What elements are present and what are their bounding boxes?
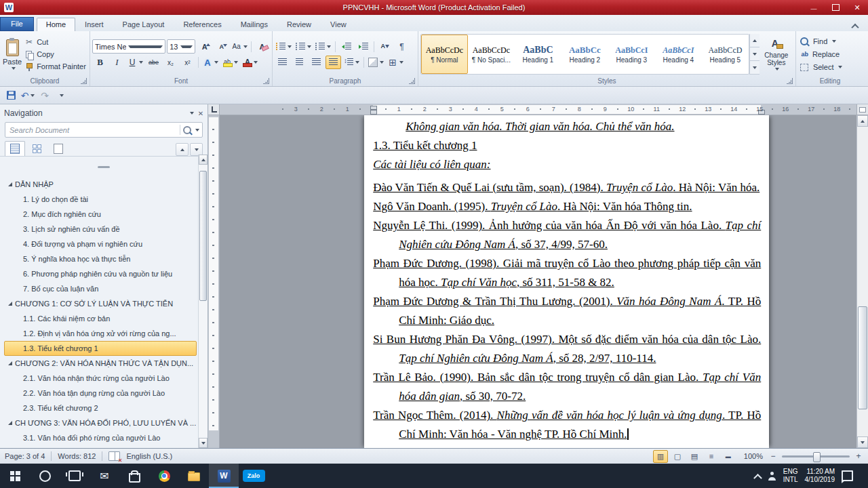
minimize-button[interactable] [803,0,825,15]
scroll-up-icon[interactable] [857,115,868,127]
language-switcher[interactable]: ENG INTL [783,468,798,485]
paragraph-dialog-launcher[interactable] [409,78,415,84]
paragraph[interactable]: Không gian văn hóa. Thời gian văn hóa. C… [373,117,761,136]
full-screen-reading-button[interactable] [670,450,685,463]
paragraph[interactable]: Trần Lê Bảo. (1990). Bản sắc dân tộc tro… [373,368,761,406]
numbering-button[interactable] [294,40,313,54]
style-heading-1[interactable]: AaBbCHeading 1 [515,35,561,74]
nav-item[interactable]: 1.2. Định vị văn hóa ứng xử với rừng của… [4,326,197,341]
style-normal[interactable]: AaBbCcDc¶ Normal [421,35,468,74]
language-indicator[interactable]: English (U.S.) [126,452,172,460]
scroll-down-icon[interactable] [857,436,868,448]
collapse-triangle-icon[interactable] [8,182,12,186]
paragraph[interactable]: Phạm Đức Dương. (1998). Giải mã truyện c… [373,254,761,292]
nav-item[interactable]: 1.3. Tiểu kết chương 1 [4,341,197,356]
minimize-ribbon-icon[interactable] [849,21,861,31]
gallery-scroll-down[interactable] [750,47,760,61]
zoom-level[interactable]: 100% [744,452,763,460]
customize-qat-button[interactable] [54,89,69,102]
nav-item[interactable]: 2.2. Văn hóa tận dụng rừng của người Lào [4,386,197,401]
paragraph[interactable]: Trần Ngọc Thêm. (2014). Những vấn đề văn… [373,406,761,444]
close-icon[interactable] [198,108,203,118]
document-scrollbar[interactable] [856,115,868,448]
font-color-button[interactable] [241,56,259,69]
paste-button[interactable]: Paste [2,33,22,76]
line-spacing-button[interactable] [342,56,361,69]
gallery-more-button[interactable] [750,61,760,75]
align-left-button[interactable] [275,56,290,69]
document-page[interactable]: Không gian văn hóa. Thời gian văn hóa. C… [364,115,769,448]
collapse-triangle-icon[interactable] [8,302,12,306]
navigation-options-icon[interactable] [190,112,194,115]
sort-button[interactable] [377,40,393,54]
justify-button[interactable] [326,56,341,69]
start-button[interactable] [0,464,30,488]
highlight-color-button[interactable] [221,56,239,69]
styles-dialog-launcher[interactable] [787,78,793,84]
nav-item[interactable]: 5. Ý nghĩa khoa học và thực tiễn [4,251,197,266]
borders-button[interactable] [387,56,405,69]
underline-button[interactable] [126,56,144,69]
decrease-indent-button[interactable] [338,40,354,54]
paragraph[interactable]: Ngô Văn Doanh. (1995). Truyện cổ Lào. Hà… [373,197,761,216]
shrink-font-button[interactable] [214,40,229,54]
show-hidden-icons-chevron[interactable] [753,473,762,482]
paragraph[interactable]: 1.3. Tiểu kết chương 1 [373,136,761,155]
nav-item[interactable]: DẪN NHẬP [4,177,197,192]
superscript-button[interactable] [180,56,195,69]
tab-stop-selector[interactable] [208,104,220,115]
collapse-triangle-icon[interactable] [8,361,12,365]
horizontal-ruler[interactable]: 321123456789101112131415161718 [220,104,856,115]
subscript-button[interactable] [163,56,178,69]
scrollbar-thumb[interactable] [858,306,867,409]
search-icon[interactable] [183,126,191,134]
style-heading-2[interactable]: AaBbCcHeading 2 [561,35,608,74]
align-center-button[interactable] [292,56,307,69]
nav-item[interactable]: CH ƯƠNG 3: VĂN HÓA ĐỐI PHÓ, LƯU LUYẾN VÀ… [4,415,197,430]
tab-view[interactable]: View [321,18,356,31]
task-view-button[interactable] [60,464,90,488]
nav-item[interactable]: 3. Lịch sử nghiên cứu vấn đề [4,222,197,237]
zoom-slider[interactable] [782,455,850,458]
format-painter-button[interactable]: Format Painter [22,61,88,73]
file-explorer-button[interactable] [179,464,209,488]
multilevel-list-button[interactable] [314,40,332,54]
show-marks-button[interactable] [394,40,410,54]
zalo-button[interactable]: Zalo [239,464,269,488]
people-icon[interactable] [768,472,776,481]
style-heading-3[interactable]: AaBbCcIHeading 3 [608,35,655,74]
nav-item[interactable]: 6. Phương pháp nghiên cứu và nguồn tư li… [4,266,197,281]
nav-item[interactable]: 2. Mục đích nghiên cứu [4,207,197,222]
clock[interactable]: 11:20 AM 4/10/2019 [805,468,835,485]
copy-button[interactable]: Copy [22,49,88,60]
scrollbar-thumb[interactable] [199,171,207,301]
notification-center-icon[interactable] [842,470,853,481]
print-layout-view-button[interactable] [653,450,668,463]
word-count[interactable]: Words: 812 [58,452,96,460]
find-button[interactable]: Find [798,36,845,47]
proofing-errors-icon[interactable] [108,451,120,461]
tab-browse-headings[interactable] [5,141,25,156]
increase-indent-button[interactable] [355,40,371,54]
shading-button[interactable] [367,56,385,69]
close-button[interactable] [846,0,868,15]
tab-references[interactable]: References [174,18,231,31]
paragraph[interactable]: Phạm Đức Dương & Trần Thị Thu Lương. (20… [373,292,761,330]
nav-item[interactable]: CHƯƠNG 1: CƠ SỞ LÝ LUẬN VÀ THỰC TIỄN [4,296,197,311]
change-styles-button[interactable]: Change Styles [760,33,793,76]
paragraph[interactable]: Các tài liệu có liên quan: [373,155,761,174]
zoom-in-button[interactable]: + [854,451,863,461]
tab-home[interactable]: Home [37,18,75,31]
font-name-select[interactable]: Times New Rom [92,39,165,54]
maximize-button[interactable] [825,0,846,15]
store-button[interactable] [119,464,149,488]
nav-item[interactable]: 1. Lý do chọn đề tài [4,192,197,207]
nav-item[interactable]: 2.1. Văn hóa nhận thức rừng của người Là… [4,371,197,386]
nav-item[interactable]: 3.2. Văn hóa lưu luyến và sùng bái rừng … [4,445,197,448]
tab-review[interactable]: Review [277,18,321,31]
nav-item[interactable]: 4. Đối tượng và phạm vi nghiên cứu [4,237,197,251]
style-no-spaci[interactable]: AaBbCcDc¶ No Spaci... [468,35,515,74]
tab-browse-results[interactable] [48,141,68,156]
tab-file[interactable]: File [0,17,34,31]
tab-insert[interactable]: Insert [75,18,113,31]
